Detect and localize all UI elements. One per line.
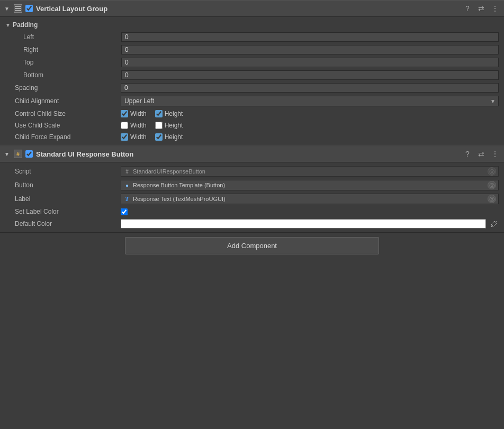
- sui-enable-checkbox[interactable]: [25, 150, 33, 158]
- control-child-size-width-item: Width: [121, 110, 147, 117]
- control-child-size-height-checkbox[interactable]: [155, 110, 163, 117]
- svg-rect-1: [15, 8, 21, 9]
- inspector-panel: ▼ Vertical Layout Group ? ⇄ ⋮ ▼ Padding: [0, 0, 504, 259]
- child-alignment-dropdown-wrapper: Upper Left Upper Center Upper Right Midd…: [121, 96, 499, 106]
- default-color-preview[interactable]: [121, 219, 486, 229]
- script-select-btn[interactable]: ◎: [488, 167, 496, 176]
- add-component-bar: Add Component: [0, 233, 504, 259]
- sui-section-collapse-arrow[interactable]: ▼: [4, 151, 11, 157]
- label-field[interactable]: T Response Text (TextMeshProUGUI) ◎: [121, 194, 499, 204]
- settings-icon[interactable]: ⇄: [476, 4, 486, 13]
- child-force-expand-row: Child Force Expand Width Height: [0, 131, 504, 143]
- vertical-layout-group-title: Vertical Layout Group: [36, 5, 460, 13]
- padding-left-value: [121, 32, 499, 42]
- list-icon: [14, 4, 22, 13]
- standard-ui-response-button-body: Script # StandardUIResponseButton ◎ Butt…: [0, 162, 504, 232]
- hash-component-icon: #: [14, 150, 22, 158]
- button-label: Button: [15, 181, 121, 189]
- button-ref-text: Response Button Template (Button): [133, 182, 485, 188]
- more-options-icon[interactable]: ⋮: [490, 4, 500, 13]
- padding-bottom-label: Bottom: [23, 71, 121, 79]
- use-child-scale-height-checkbox[interactable]: [155, 122, 163, 129]
- child-force-expand-width-item: Width: [121, 133, 147, 141]
- child-force-expand-height-item: Height: [155, 133, 183, 141]
- child-alignment-value: Upper Left Upper Center Upper Right Midd…: [121, 96, 499, 106]
- script-row: Script # StandardUIResponseButton ◎: [0, 165, 504, 178]
- control-child-size-label: Control Child Size: [15, 110, 121, 117]
- use-child-scale-width-label: Width: [130, 122, 147, 129]
- vertical-layout-group-section: ▼ Vertical Layout Group ? ⇄ ⋮ ▼ Padding: [0, 0, 504, 145]
- child-force-expand-width-label: Width: [130, 133, 147, 141]
- script-text: StandardUIResponseButton: [133, 168, 485, 175]
- sui-header-actions: ? ⇄ ⋮: [463, 149, 500, 159]
- script-field: # StandardUIResponseButton ◎: [121, 166, 499, 177]
- use-child-scale-height-item: Height: [155, 122, 183, 129]
- child-force-expand-height-label: Height: [165, 133, 183, 141]
- child-force-expand-checkboxes: Width Height: [121, 133, 499, 141]
- sui-title: Standard UI Response Button: [36, 150, 460, 158]
- padding-top-input[interactable]: [121, 58, 499, 67]
- use-child-scale-row: Use Child Scale Width Height: [0, 120, 504, 131]
- add-component-button[interactable]: Add Component: [125, 237, 379, 254]
- eyedropper-icon[interactable]: [489, 219, 499, 229]
- label-field-label: Label: [15, 195, 121, 203]
- default-color-label: Default Color: [15, 220, 121, 227]
- label-t-icon: T: [123, 195, 131, 203]
- label-select-btn[interactable]: ◎: [488, 195, 496, 203]
- padding-top-label: Top: [23, 59, 121, 66]
- padding-right-input[interactable]: [121, 45, 499, 54]
- use-child-scale-width-checkbox[interactable]: [121, 122, 128, 129]
- vertical-layout-group-enable-checkbox[interactable]: [25, 5, 33, 12]
- padding-bottom-row: Bottom: [0, 69, 504, 81]
- button-row: Button ● Response Button Template (Butto…: [0, 178, 504, 192]
- button-select-btn[interactable]: ◎: [488, 181, 496, 189]
- sui-more-options-icon[interactable]: ⋮: [490, 149, 500, 159]
- padding-left-input[interactable]: [121, 32, 499, 42]
- spacing-input[interactable]: [121, 83, 499, 93]
- padding-right-value: [121, 45, 499, 54]
- button-circle-icon: ●: [123, 181, 131, 189]
- use-child-scale-height-label: Height: [165, 122, 183, 129]
- padding-top-row: Top: [0, 56, 504, 69]
- padding-arrow: ▼: [5, 22, 11, 28]
- button-value: ● Response Button Template (Button) ◎: [121, 180, 499, 190]
- control-child-size-row: Control Child Size Width Height: [0, 108, 504, 120]
- control-child-size-group: Width Height: [121, 110, 183, 117]
- spacing-value: [121, 83, 499, 93]
- standard-ui-response-button-header[interactable]: ▼ # Standard UI Response Button ? ⇄ ⋮: [0, 145, 504, 162]
- control-child-size-width-checkbox[interactable]: [121, 110, 128, 117]
- button-field[interactable]: ● Response Button Template (Button) ◎: [121, 180, 499, 190]
- vertical-layout-group-body: ▼ Padding Left Right Top: [0, 17, 504, 145]
- padding-bottom-value: [121, 70, 499, 80]
- padding-bottom-input[interactable]: [121, 70, 499, 80]
- default-color-row: Default Color: [0, 217, 504, 230]
- label-value: T Response Text (TextMeshProUGUI) ◎: [121, 194, 499, 204]
- sui-help-icon[interactable]: ?: [463, 149, 472, 159]
- padding-section-label[interactable]: ▼ Padding: [0, 19, 504, 31]
- section-collapse-arrow[interactable]: ▼: [4, 6, 11, 12]
- child-alignment-row: Child Alignment Upper Left Upper Center …: [0, 94, 504, 108]
- child-force-expand-width-checkbox[interactable]: [121, 133, 128, 141]
- help-icon[interactable]: ?: [463, 4, 472, 13]
- svg-rect-2: [15, 10, 21, 11]
- set-label-color-value: [121, 208, 499, 215]
- spacing-row: Spacing: [0, 81, 504, 94]
- control-child-size-checkboxes: Width Height: [121, 110, 499, 117]
- script-label: Script: [15, 168, 121, 175]
- padding-right-label: Right: [23, 46, 121, 53]
- padding-left-label: Left: [23, 33, 121, 41]
- padding-label: Padding: [13, 21, 38, 29]
- sui-settings-icon[interactable]: ⇄: [476, 149, 486, 159]
- control-child-size-height-label: Height: [165, 110, 183, 117]
- use-child-scale-checkboxes: Width Height: [121, 122, 499, 129]
- label-ref-text: Response Text (TextMeshProUGUI): [133, 196, 485, 202]
- control-child-size-height-item: Height: [155, 110, 183, 117]
- set-label-color-label: Set Label Color: [15, 208, 121, 215]
- child-alignment-label: Child Alignment: [15, 97, 121, 105]
- vertical-layout-group-header[interactable]: ▼ Vertical Layout Group ? ⇄ ⋮: [0, 0, 504, 17]
- use-child-scale-group: Width Height: [121, 122, 183, 129]
- child-force-expand-height-checkbox[interactable]: [155, 133, 163, 141]
- child-alignment-dropdown[interactable]: Upper Left Upper Center Upper Right Midd…: [121, 96, 499, 106]
- set-label-color-checkbox[interactable]: [121, 208, 128, 215]
- child-force-expand-group: Width Height: [121, 133, 183, 141]
